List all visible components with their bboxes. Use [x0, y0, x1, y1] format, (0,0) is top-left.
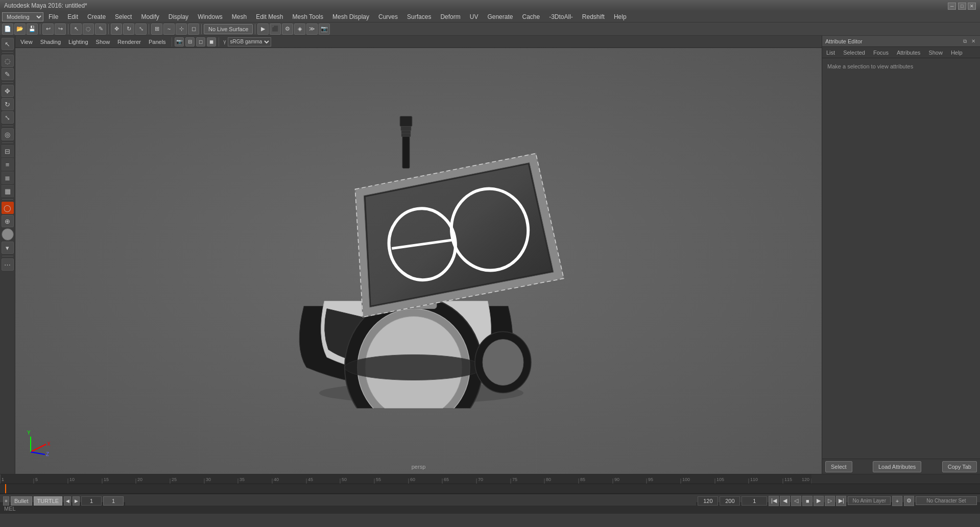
snap-view-button[interactable]: ◻	[188, 23, 199, 35]
menu-modify[interactable]: Modify	[137, 12, 163, 21]
play-fwd-button[interactable]: ▶	[814, 496, 824, 506]
menu-file[interactable]: File	[44, 12, 62, 21]
stop-button[interactable]: ■	[802, 496, 812, 506]
scale-button[interactable]: ⤡	[2, 111, 14, 124]
no-live-surface-button[interactable]: No Live Surface	[204, 24, 253, 34]
hypershade-button[interactable]: ◈	[294, 23, 305, 35]
start-frame-input[interactable]: 1	[81, 496, 102, 506]
bullet-tab[interactable]: Bullet	[11, 496, 32, 506]
close-button[interactable]: ✕	[968, 3, 976, 10]
render-cam-button[interactable]: 📷	[319, 23, 330, 35]
vp-wireframe-button[interactable]: ◻	[196, 37, 205, 46]
move-tool-button[interactable]: ✥	[111, 23, 122, 35]
select-button[interactable]: ↖	[2, 38, 14, 50]
tab-prev-button[interactable]: ◀	[64, 496, 71, 506]
redo-button[interactable]: ↪	[55, 23, 66, 35]
scene-collapse-button[interactable]: ≡	[3, 496, 9, 506]
mode-selector[interactable]: Modeling Rigging Animation FX Rendering	[2, 12, 43, 21]
turtle-tab[interactable]: TURTLE	[34, 496, 63, 506]
vp-menu-show[interactable]: Show	[93, 38, 113, 46]
select-button[interactable]: Select	[825, 461, 852, 472]
menu-help[interactable]: Help	[610, 12, 631, 21]
menu-mesh[interactable]: Mesh	[228, 12, 251, 21]
ae-tab-show[interactable]: Show	[926, 49, 945, 57]
snap-point-button[interactable]: ⊹	[176, 23, 187, 35]
lt-extra-button[interactable]: ⋯	[2, 258, 14, 271]
paint-sel-button[interactable]: ✎	[95, 23, 106, 35]
render-settings-button[interactable]: ⚙	[282, 23, 293, 35]
select-tool-button[interactable]: ↖	[70, 23, 82, 35]
render-lt-button[interactable]: ▦	[2, 185, 13, 197]
move-button[interactable]: ✥	[2, 85, 14, 97]
minimize-button[interactable]: ─	[948, 3, 956, 10]
menu-uv[interactable]: UV	[466, 12, 483, 21]
new-file-button[interactable]: 📄	[2, 23, 13, 35]
timeline-ruler[interactable]: // Rendered inline below via manual mark…	[0, 474, 980, 484]
step-fwd-button[interactable]: ▷	[825, 496, 835, 506]
frame-counter[interactable]: 1	[742, 496, 767, 506]
go-to-end-button[interactable]: ▶|	[836, 496, 846, 506]
menu-redshift[interactable]: Redshift	[578, 12, 609, 21]
ae-float-button[interactable]: ⧉	[962, 38, 968, 44]
particle-button[interactable]: ⊕	[2, 215, 14, 227]
material-button[interactable]: ◯	[2, 202, 14, 214]
vp-cam-button[interactable]: 📷	[175, 37, 184, 46]
rotate-tool-button[interactable]: ↻	[123, 23, 134, 35]
layer-settings-button[interactable]: ⚙	[904, 496, 914, 506]
anim-layer-box[interactable]: No Anim Layer	[848, 496, 891, 505]
menu-create[interactable]: Create	[83, 12, 110, 21]
scale-tool-button[interactable]: ⤡	[135, 23, 147, 35]
render-button[interactable]: ▶	[257, 23, 269, 35]
vp-menu-panels[interactable]: Panels	[146, 38, 169, 46]
current-frame-input[interactable]: 1	[103, 496, 124, 506]
lt-more-button[interactable]: ▾	[2, 242, 14, 254]
menu-mesh-tools[interactable]: Mesh Tools	[289, 12, 327, 21]
snap-grid-button[interactable]: ⊞	[151, 23, 162, 35]
gamma-selector[interactable]: sRGB gamma	[228, 37, 271, 46]
go-to-start-button[interactable]: |◀	[769, 496, 779, 506]
layer-button[interactable]: ≡	[2, 159, 13, 170]
menu-surfaces[interactable]: Surfaces	[403, 12, 435, 21]
menu-3dtoall[interactable]: -3DtoAll-	[545, 12, 577, 21]
sphere-button[interactable]	[2, 228, 14, 241]
lasso-tool-button[interactable]: ◌	[83, 23, 94, 35]
menu-windows[interactable]: Windows	[194, 12, 227, 21]
vp-smooth-button[interactable]: ◼	[207, 37, 216, 46]
load-attributes-button[interactable]: Load Attributes	[873, 461, 921, 472]
menu-edit-mesh[interactable]: Edit Mesh	[252, 12, 287, 21]
paint-button[interactable]: ✎	[2, 68, 14, 80]
rotate-button[interactable]: ↻	[2, 98, 14, 110]
menu-generate[interactable]: Generate	[483, 12, 517, 21]
snap-curve-button[interactable]: ~	[163, 23, 175, 35]
ae-tab-list[interactable]: List	[824, 49, 837, 57]
step-back-button[interactable]: ◀	[780, 496, 790, 506]
show-hide-button[interactable]: ⊟	[2, 146, 13, 157]
ae-tab-focus[interactable]: Focus	[871, 49, 891, 57]
menu-mesh-display[interactable]: Mesh Display	[328, 12, 373, 21]
attr-button[interactable]: ≣	[2, 172, 13, 183]
undo-button[interactable]: ↩	[42, 23, 54, 35]
copy-tab-button[interactable]: Copy Tab	[942, 461, 977, 472]
soft-sel-button[interactable]: ◎	[2, 128, 14, 140]
char-set-box[interactable]: No Character Set	[916, 496, 977, 505]
menu-display[interactable]: Display	[164, 12, 193, 21]
ae-tab-attributes[interactable]: Attributes	[895, 49, 922, 57]
menu-deform[interactable]: Deform	[436, 12, 464, 21]
lasso-button[interactable]: ◌	[2, 55, 14, 67]
layer-add-button[interactable]: +	[892, 496, 902, 506]
render-sequence-button[interactable]: ≫	[306, 23, 318, 35]
menu-edit[interactable]: Edit	[63, 12, 82, 21]
ipr-render-button[interactable]: ⬛	[270, 23, 281, 35]
end-frame-display[interactable]: 120	[698, 496, 718, 506]
vp-menu-lighting[interactable]: Lighting	[65, 38, 91, 46]
vp-menu-renderer[interactable]: Renderer	[114, 38, 144, 46]
timeline-bar[interactable]	[0, 484, 980, 494]
play-back-button[interactable]: ◁	[791, 496, 801, 506]
open-file-button[interactable]: 📂	[14, 23, 26, 35]
vp-menu-view[interactable]: View	[17, 38, 36, 46]
maximize-button[interactable]: □	[958, 3, 966, 10]
menu-select[interactable]: Select	[111, 12, 136, 21]
range-end-input[interactable]: 200	[720, 496, 740, 506]
save-file-button[interactable]: 💾	[27, 23, 38, 35]
ae-tab-help[interactable]: Help	[949, 49, 965, 57]
